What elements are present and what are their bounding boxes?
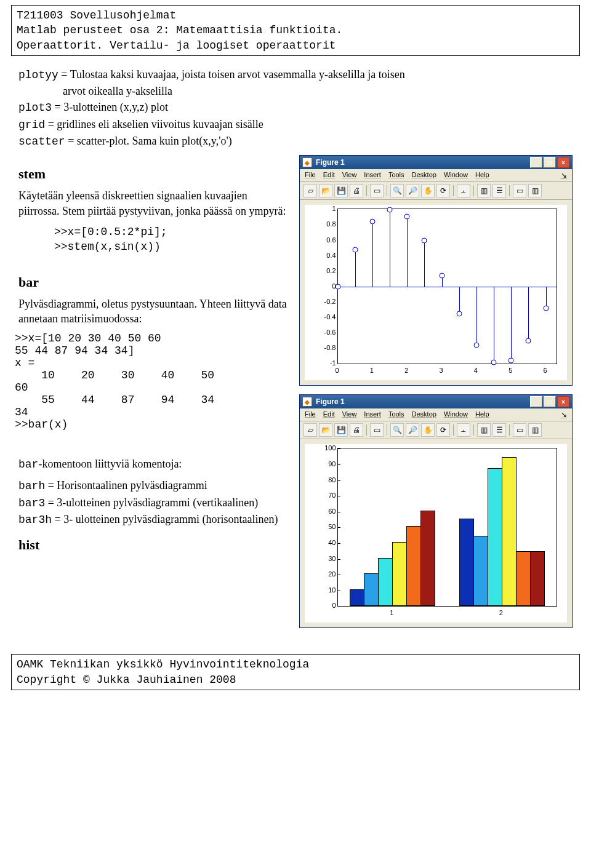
def-barh: barh = Horisontaalinen pylväsdiagrammi	[18, 478, 289, 493]
header-line2: Matlab perusteet osa 2: Matemaattisia fu…	[17, 23, 574, 38]
menu-tools[interactable]: Tools	[388, 410, 404, 419]
def-scatter: scatter = scatter-plot. Sama kuin plot(x…	[18, 133, 573, 149]
figure-titlebar-bar[interactable]: ◆ Figure 1 _ □ ×	[300, 395, 572, 408]
def-bar3: bar3 = 3-ulotteinen pylväsdiagrammi (ver…	[18, 495, 289, 511]
maximize-button[interactable]: □	[544, 157, 556, 168]
footer-line2: Copyright © Jukka Jauhiainen 2008	[17, 672, 574, 687]
menu-edit[interactable]: Edit	[323, 410, 335, 419]
stem-axes[interactable]: -1-0.8-0.6-0.4-0.200.20.40.60.810123456	[312, 205, 561, 380]
footer-box: OAMK Tekniikan yksikkö Hyvinvointiteknol…	[11, 654, 580, 690]
stem-code-1: >>x=[0:0.5:2*pi];	[54, 225, 289, 239]
figure-title: Figure 1	[316, 158, 345, 167]
legend-icon[interactable]: ☰	[492, 184, 506, 197]
bar-plot-area	[337, 448, 557, 607]
cmd-grid: grid	[18, 119, 45, 131]
matlab-icon: ◆	[302, 157, 312, 167]
menu-desktop[interactable]: Desktop	[412, 410, 436, 419]
menu-file[interactable]: File	[305, 410, 316, 419]
figure-menu[interactable]: File Edit View Insert Tools Desktop Wind…	[300, 169, 572, 182]
stem-code-2: >>stem(x,sin(x))	[54, 239, 289, 254]
def-plotyy: plotyy = Tulostaa kaksi kuvaajaa, joista…	[18, 67, 573, 82]
bar-code-l2: 55 44 87 94 34 34]	[15, 344, 289, 357]
menu-view[interactable]: View	[342, 171, 357, 180]
minimize-button[interactable]: _	[530, 396, 542, 407]
menu-edit[interactable]: Edit	[323, 171, 335, 180]
zoom-out-icon[interactable]: 🔎	[406, 184, 419, 197]
cmd-plotyy: plotyy	[18, 69, 58, 81]
rotate-icon[interactable]: ⟳	[436, 423, 450, 437]
zoom-in-icon[interactable]: 🔍	[390, 423, 404, 437]
print-icon[interactable]: 🖨	[350, 423, 363, 437]
minimize-button[interactable]: _	[530, 157, 542, 168]
bar-code-l5b: 34	[15, 406, 289, 418]
zoom-in-icon[interactable]: 🔍	[390, 184, 404, 197]
def-plotyy-cont: arvot oikealla y-akselilla	[63, 84, 573, 98]
def-plot3: plot3 = 3-ulotteinen (x,y,z) plot	[18, 100, 573, 115]
rotate-icon[interactable]: ⟳	[436, 184, 450, 197]
bar-code-l4b: 60	[15, 381, 289, 394]
bar-code-l4: 10 20 30 40 50	[15, 369, 289, 381]
header-line3: Operaattorit. Vertailu- ja loogiset oper…	[17, 38, 574, 53]
legend-icon[interactable]: ☰	[492, 423, 506, 437]
def-grid: grid = gridlines eli akselien viivoitus …	[18, 117, 573, 132]
open-icon[interactable]: 📂	[319, 423, 332, 437]
footer-line1: OAMK Tekniikan yksikkö Hyvinvointiteknol…	[17, 657, 574, 672]
zoom-out-icon[interactable]: 🔎	[406, 423, 419, 437]
cmd-plot3: plot3	[18, 102, 52, 114]
figure-window-bar: ◆ Figure 1 _ □ × File Edit View Insert T…	[299, 394, 573, 628]
datacursor-icon[interactable]: ⫠	[457, 423, 470, 437]
menu-file[interactable]: File	[305, 171, 316, 180]
menu-overflow-icon[interactable]: ↘	[561, 410, 567, 419]
menu-desktop[interactable]: Desktop	[412, 171, 436, 180]
figure-title-bar: Figure 1	[316, 397, 345, 406]
pan-icon[interactable]: ✋	[421, 184, 435, 197]
header-line1: T211003 Sovellusohjelmat	[17, 8, 574, 23]
def-bar3h: bar3h = 3- ulotteinen pylväsdiagrammi (h…	[18, 512, 289, 527]
menu-help[interactable]: Help	[475, 410, 489, 419]
maximize-button[interactable]: □	[544, 396, 556, 407]
bar-code-l3: x =	[15, 357, 289, 369]
matlab-icon: ◆	[302, 397, 312, 407]
open-icon[interactable]: 📂	[319, 184, 332, 197]
pointer-icon[interactable]: ▭	[370, 423, 384, 437]
show-tools-icon[interactable]: ▥	[528, 423, 542, 437]
stem-plot-area	[337, 209, 557, 364]
menu-insert[interactable]: Insert	[364, 171, 381, 180]
menu-tools[interactable]: Tools	[388, 171, 404, 180]
save-icon[interactable]: 💾	[334, 423, 348, 437]
menu-view[interactable]: View	[342, 410, 357, 419]
close-button[interactable]: ×	[557, 396, 569, 407]
print-icon[interactable]: 🖨	[350, 184, 363, 197]
bar-code-l1: >>x=[10 20 30 40 50 60	[15, 332, 289, 344]
menu-insert[interactable]: Insert	[364, 410, 381, 419]
menu-window[interactable]: Window	[444, 171, 468, 180]
hide-tools-icon[interactable]: ▭	[513, 423, 526, 437]
figure-window-stem: ◆ Figure 1 _ □ × File Edit View Insert T…	[299, 155, 573, 386]
bar-axes[interactable]: 010203040506070809010012	[312, 444, 561, 623]
bar-heading: bar	[18, 274, 289, 290]
pan-icon[interactable]: ✋	[421, 423, 435, 437]
menu-window[interactable]: Window	[444, 410, 468, 419]
header-box: T211003 Sovellusohjelmat Matlab perustee…	[11, 5, 580, 56]
menu-overflow-icon[interactable]: ↘	[561, 171, 567, 180]
bar-code-l6: >>bar(x)	[15, 418, 289, 431]
bar-para: Pylväsdiagrammi, oletus pystysuuntaan. Y…	[18, 297, 289, 327]
figure-menu-bar[interactable]: File Edit View Insert Tools Desktop Wind…	[300, 408, 572, 421]
figure-toolbar: ▱ 📂 💾 🖨 ▭ 🔍 🔎 ✋ ⟳ ⫠ ▥ ☰	[300, 182, 572, 200]
hide-tools-icon[interactable]: ▭	[513, 184, 526, 197]
datacursor-icon[interactable]: ⫠	[457, 184, 470, 197]
colorbar-icon[interactable]: ▥	[477, 184, 491, 197]
save-icon[interactable]: 💾	[334, 184, 348, 197]
close-button[interactable]: ×	[557, 157, 569, 168]
bar-code-l5: 55 44 87 94 34	[15, 394, 289, 406]
figure-titlebar[interactable]: ◆ Figure 1 _ □ ×	[300, 156, 572, 169]
stem-heading: stem	[18, 166, 289, 182]
new-icon[interactable]: ▱	[304, 423, 317, 437]
stem-para: Käytetään yleensä diskreettien signaalie…	[18, 188, 289, 218]
bar-related-intro: bar-komentoon liittyviä komentoja:	[18, 456, 289, 472]
pointer-icon[interactable]: ▭	[370, 184, 384, 197]
new-icon[interactable]: ▱	[304, 184, 317, 197]
colorbar-icon[interactable]: ▥	[477, 423, 491, 437]
menu-help[interactable]: Help	[475, 171, 489, 180]
show-tools-icon[interactable]: ▥	[528, 184, 542, 197]
